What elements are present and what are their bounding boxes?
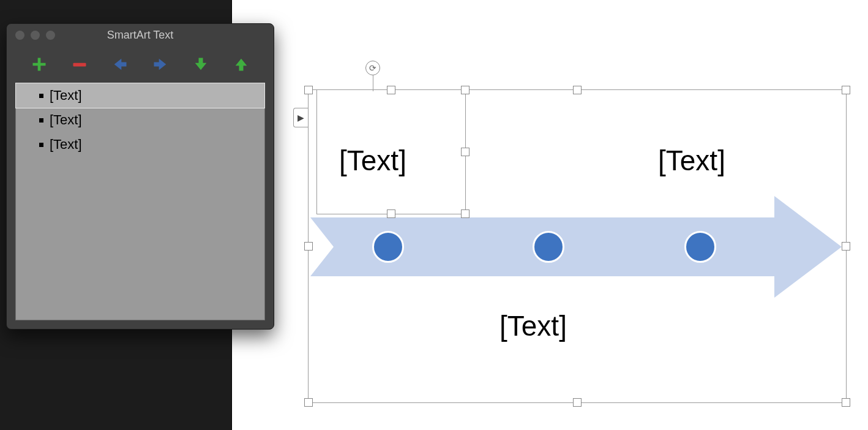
plus-icon [31, 56, 48, 73]
promote-button[interactable] [110, 55, 130, 74]
arrow-left-icon [111, 56, 129, 73]
resize-handle-ne[interactable] [842, 86, 850, 94]
svg-rect-0 [73, 63, 86, 67]
timeline-dot-3 [684, 231, 716, 263]
inner-resize-handle-e[interactable] [461, 148, 470, 156]
move-down-button[interactable] [191, 55, 211, 74]
text-outline-list[interactable]: [Text] [Text] [Text] [15, 83, 265, 320]
resize-handle-n[interactable] [573, 86, 582, 94]
inner-resize-handle-n[interactable] [387, 86, 395, 94]
window-zoom-button[interactable] [46, 31, 55, 40]
bullet-icon [39, 118, 43, 123]
resize-handle-s[interactable] [573, 398, 582, 407]
move-up-button[interactable] [231, 55, 251, 74]
timeline-arrow-head [774, 196, 842, 298]
resize-handle-se[interactable] [842, 398, 850, 407]
timeline-arrow-tail [310, 217, 334, 276]
timeline-dot-2 [533, 231, 564, 263]
outline-item[interactable]: [Text] [16, 83, 264, 108]
slide-canvas[interactable]: ⟳ ▶ [Text] [Text] [Text] [231, 0, 868, 430]
outline-item-label: [Text] [50, 137, 82, 153]
remove-item-button[interactable] [70, 55, 89, 74]
rotate-handle[interactable]: ⟳ [365, 61, 380, 75]
outline-item-label: [Text] [50, 112, 82, 128]
window-controls [15, 31, 55, 40]
inner-resize-handle-se[interactable] [461, 209, 470, 218]
window-minimize-button[interactable] [31, 31, 40, 40]
node-text-selection-frame[interactable] [316, 89, 466, 214]
resize-handle-sw[interactable] [304, 398, 313, 407]
add-item-button[interactable] [29, 55, 49, 74]
arrow-down-icon [192, 56, 209, 73]
arrow-up-icon [233, 56, 250, 73]
inner-resize-handle-s[interactable] [387, 209, 395, 218]
timeline-node-label-2[interactable]: [Text] [499, 309, 567, 342]
resize-handle-e[interactable] [842, 242, 850, 251]
expand-text-pane-tab[interactable]: ▶ [293, 108, 308, 127]
window-close-button[interactable] [15, 31, 24, 40]
timeline-node-label-3[interactable]: [Text] [658, 144, 725, 177]
pane-toolbar [7, 46, 274, 83]
inner-resize-handle-ne[interactable] [461, 86, 470, 94]
bullet-icon [39, 94, 43, 98]
outline-item[interactable]: [Text] [16, 132, 264, 157]
bullet-icon [39, 143, 43, 147]
resize-handle-nw[interactable] [304, 86, 313, 94]
minus-icon [71, 56, 88, 73]
timeline-dot-1 [372, 231, 404, 263]
arrow-right-icon [152, 56, 169, 73]
pane-titlebar[interactable]: SmartArt Text [7, 24, 274, 46]
demote-button[interactable] [151, 55, 170, 74]
outline-item[interactable]: [Text] [16, 108, 264, 132]
smartart-text-pane[interactable]: SmartArt Text [Text] [Text] [6, 23, 274, 330]
outline-item-label: [Text] [50, 88, 82, 104]
